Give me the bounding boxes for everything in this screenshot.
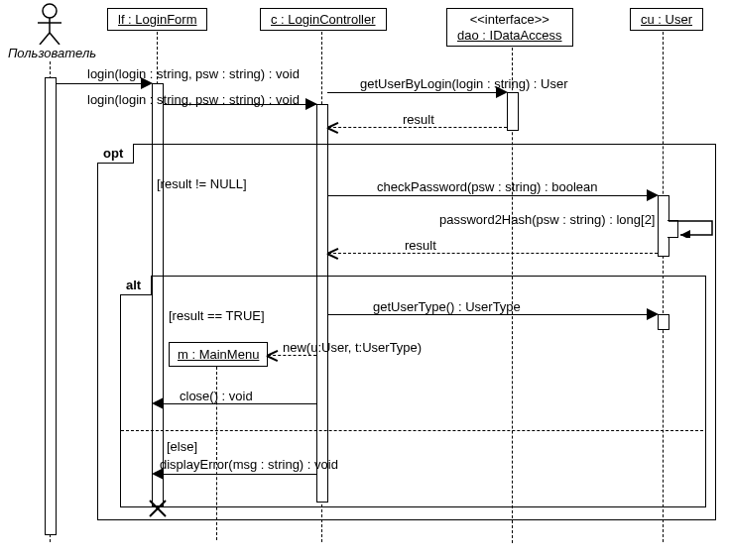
lifeline-dao-name: dao : IDataAccess (457, 28, 562, 43)
msg-m1: login(login : string, psw : string) : vo… (87, 66, 300, 81)
lifeline-c: c : LoginController (260, 8, 387, 31)
arrow-m8-head (647, 308, 659, 320)
arrow-m5 (327, 195, 657, 196)
arrow-m5-head (647, 189, 659, 201)
activation-actor (45, 77, 57, 535)
activation-dao (507, 92, 519, 131)
msg-m2: login(login : string, psw : string) : vo… (87, 92, 300, 107)
arrow-m10 (164, 403, 316, 404)
destroy-lf (148, 499, 168, 518)
lifeline-dao-stereotype: <<interface>> (457, 12, 562, 28)
frame-alt-guard1: [result == TRUE] (169, 308, 265, 323)
msg-m3: getUserByLogin(login : string) : User (360, 76, 568, 91)
msg-m6: password2Hash(psw : string) : long[2] (439, 212, 655, 227)
svg-line-4 (50, 33, 60, 45)
svg-point-0 (43, 4, 57, 18)
msg-m4: result (403, 112, 434, 127)
msg-m8: getUserType() : UserType (373, 299, 521, 314)
svg-marker-5 (680, 230, 690, 238)
arrow-m3 (327, 92, 506, 93)
lifeline-cu-name: cu : User (641, 12, 692, 27)
msg-m5: checkPassword(psw : string) : boolean (377, 179, 598, 194)
msg-m7: result (405, 238, 436, 253)
arrow-m10-head (152, 397, 164, 409)
arrow-m11 (164, 474, 316, 475)
actor-icon (35, 3, 64, 45)
arrow-m2-head (305, 98, 317, 110)
frame-alt-guard2: [else] (167, 439, 197, 454)
lifeline-dao: <<interface>> dao : IDataAccess (446, 8, 573, 47)
lifeline-lf: lf : LoginForm (107, 8, 207, 31)
arrow-m9 (268, 355, 316, 356)
lifeline-lf-name: lf : LoginForm (118, 12, 196, 27)
msg-m10: close() : void (180, 389, 253, 403)
object-mainmenu-name: m : MainMenu (178, 347, 259, 362)
arrow-m4 (328, 127, 507, 128)
arrow-m8 (327, 314, 657, 315)
alt-divider (121, 430, 703, 431)
lifeline-c-name: c : LoginController (271, 12, 376, 27)
lifeline-cu: cu : User (630, 8, 703, 31)
arrow-m7 (328, 253, 658, 254)
msg-m11: displayError(msg : string) : void (160, 457, 338, 472)
arrow-m1 (56, 83, 151, 84)
actor-label: Пользователь (5, 46, 99, 60)
frame-opt-guard: [result != NULL] (157, 176, 247, 191)
msg-m9: new(u:User, t:UserType) (283, 340, 422, 355)
arrow-m6-self (668, 220, 716, 238)
object-mainmenu: m : MainMenu (169, 342, 268, 367)
svg-line-3 (40, 33, 50, 45)
frame-alt-label: alt (120, 276, 152, 295)
frame-opt-label: opt (97, 144, 134, 164)
